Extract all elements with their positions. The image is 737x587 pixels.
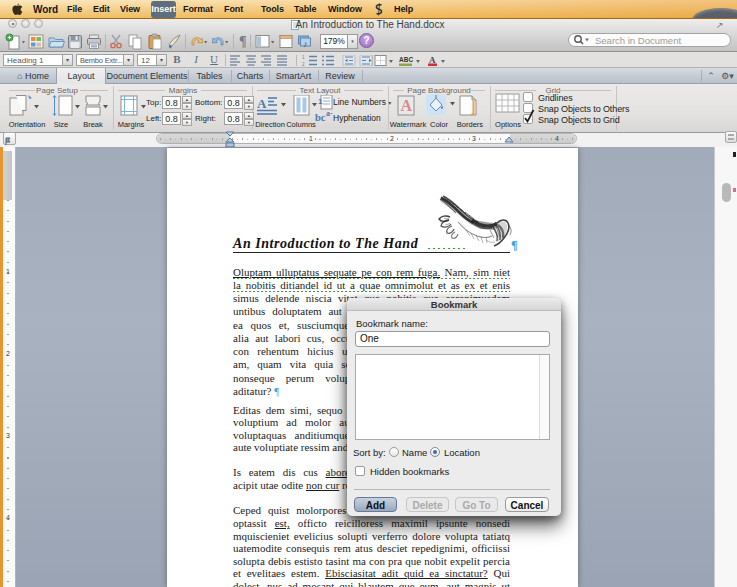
svg-text:A: A (401, 97, 413, 114)
svg-text:ABC: ABC (399, 56, 413, 63)
svg-text:1: 1 (302, 55, 305, 60)
svg-text:A: A (257, 96, 267, 111)
svg-text:2: 2 (302, 62, 305, 66)
svg-text:1: 1 (318, 97, 323, 106)
svg-text:♪: ♪ (303, 39, 308, 49)
svg-text:¶: ¶ (239, 34, 247, 49)
svg-text:a-: a- (326, 109, 333, 118)
